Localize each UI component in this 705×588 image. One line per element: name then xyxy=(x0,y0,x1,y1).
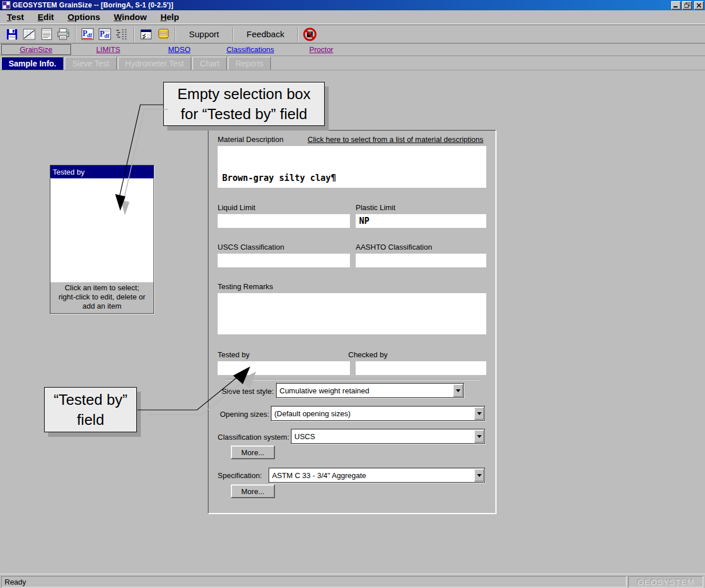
module-link-mdso[interactable]: MDSO xyxy=(144,44,215,55)
specification-label: Specification: xyxy=(218,471,262,480)
status-message: Ready xyxy=(1,576,627,587)
classification-system-value: USCS xyxy=(292,432,474,441)
liquid-limit-label: Liquid Limit xyxy=(218,203,255,212)
menu-test[interactable]: Test xyxy=(0,11,31,23)
tested-by-listbox-body[interactable] xyxy=(50,179,153,282)
uscs-classification-input[interactable] xyxy=(218,254,350,267)
caption-line: add an item xyxy=(50,302,153,311)
toolbar-separator xyxy=(175,27,176,42)
title-bar: GEOSYSTEM GrainSize -- [BoringA, S-1 (0-… xyxy=(0,0,705,10)
opening-sizes-value: (Default opening sizes) xyxy=(271,409,474,418)
module-link-classifications[interactable]: Classifications xyxy=(215,44,286,55)
support-button[interactable]: Support xyxy=(179,29,230,39)
restore-button[interactable] xyxy=(682,1,692,10)
pdf-export-icon: P df xyxy=(81,27,94,41)
material-description-link[interactable]: Click here to select from a list of mate… xyxy=(308,135,483,144)
testing-remarks-label: Testing Remarks xyxy=(218,282,273,291)
tab-chart[interactable]: Chart xyxy=(192,57,227,70)
menu-edit[interactable]: Edit xyxy=(31,11,61,23)
window-title: GEOSYSTEM GrainSize -- [BoringA, S-1 (0-… xyxy=(13,1,174,9)
toolbar: P df P df xyxy=(0,25,705,44)
module-link-grainsize[interactable]: GrainSize xyxy=(1,44,71,55)
classification-system-label: Classification system: xyxy=(211,433,289,441)
material-description-label: Material Description xyxy=(218,135,283,144)
pdf-report-button[interactable]: P df xyxy=(97,26,113,42)
sieve-test-style-label: Sieve test style: xyxy=(219,387,274,396)
brand-cell: GEOSYSTEM xyxy=(628,576,703,587)
menu-options[interactable]: Options xyxy=(61,11,107,23)
sieve-test-style-value: Cumulative weight retained xyxy=(277,386,452,395)
callout-empty-selection-box: Empty selection box for “Tested by” fiel… xyxy=(163,82,325,126)
print-icon xyxy=(57,27,70,41)
material-description-input[interactable]: Brown-gray silty clay¶ (Strain at peak).… xyxy=(218,146,486,188)
no-save-button[interactable] xyxy=(302,26,318,42)
save-icon xyxy=(6,28,18,41)
status-bar: Ready GEOSYSTEM xyxy=(0,574,705,588)
aashto-classification-label: AASHTO Classification xyxy=(356,243,432,251)
liquid-limit-input[interactable] xyxy=(218,214,350,228)
database-button[interactable] xyxy=(155,26,171,42)
menu-help[interactable]: Help xyxy=(153,11,186,23)
tab-strip: Sample Info. Sieve Test Hydrometer Test … xyxy=(0,57,705,70)
tested-by-listbox[interactable]: Tested by Click an item to select; right… xyxy=(50,165,154,314)
close-icon xyxy=(696,3,702,8)
minimize-icon xyxy=(674,3,679,8)
menu-bar: Test Edit Options Window Help xyxy=(0,10,705,24)
plastic-limit-label: Plastic Limit xyxy=(356,203,395,212)
specification-more-button[interactable]: More... xyxy=(231,484,275,498)
checked-by-input[interactable] xyxy=(356,361,486,375)
tab-hydrometer-test[interactable]: Hydrometer Test xyxy=(118,57,191,70)
material-description-line: Brown-gray silty clay¶ xyxy=(222,172,482,184)
aashto-classification-input[interactable] xyxy=(356,254,486,267)
toolbar-separator xyxy=(233,27,234,42)
caption-line: Click an item to select; xyxy=(50,283,153,293)
tab-sample-info[interactable]: Sample Info. xyxy=(1,57,64,70)
specification-select[interactable]: ASTM C 33 - 3/4" Aggregate xyxy=(269,468,485,483)
pdf-report-icon: P df xyxy=(98,27,112,41)
pdf-export-button[interactable]: P df xyxy=(80,26,96,42)
module-link-proctor[interactable]: Proctor xyxy=(286,44,357,55)
opening-sizes-button[interactable] xyxy=(114,26,130,42)
minimize-button[interactable] xyxy=(671,1,681,10)
plastic-limit-input[interactable]: NP xyxy=(356,214,486,228)
dropdown-arrow-icon[interactable] xyxy=(474,407,484,420)
dropdown-arrow-icon[interactable] xyxy=(474,469,484,482)
toolbar-separator xyxy=(133,27,135,42)
menu-window[interactable]: Window xyxy=(107,11,153,23)
opening-sizes-label: Opening sizes: xyxy=(212,410,269,419)
toolbar-separator xyxy=(75,27,76,42)
callout-line: field xyxy=(77,410,104,430)
tab-reports[interactable]: Reports xyxy=(228,57,271,70)
report-button[interactable] xyxy=(38,26,54,42)
close-button[interactable] xyxy=(694,1,704,10)
options-window-icon xyxy=(140,28,152,41)
testing-remarks-input[interactable] xyxy=(218,293,486,334)
feedback-button[interactable]: Feedback xyxy=(237,29,295,39)
application-window: GEOSYSTEM GrainSize -- [BoringA, S-1 (0-… xyxy=(0,0,705,588)
sieve-chart-button[interactable] xyxy=(21,26,37,42)
tested-by-listbox-header: Tested by xyxy=(50,165,153,179)
svg-text:df: df xyxy=(87,32,93,38)
callout-tested-by-field: “Tested by” field xyxy=(44,387,137,432)
svg-text:df: df xyxy=(104,33,110,39)
uscs-classification-label: USCS Classification xyxy=(218,243,284,251)
tab-sieve-test[interactable]: Sieve Test xyxy=(65,57,116,70)
classification-more-button[interactable]: More... xyxy=(231,445,275,459)
module-link-limits[interactable]: LIMITS xyxy=(73,44,144,55)
sieve-chart-icon xyxy=(22,27,36,41)
tested-by-input[interactable] xyxy=(218,361,350,375)
print-button[interactable] xyxy=(56,26,72,42)
tested-by-label: Tested by xyxy=(218,350,250,359)
callout-line: Empty selection box xyxy=(178,84,311,104)
dropdown-arrow-icon[interactable] xyxy=(474,430,484,443)
report-icon xyxy=(40,27,53,41)
no-save-icon xyxy=(303,27,317,41)
save-button[interactable] xyxy=(4,26,20,42)
sieve-test-style-select[interactable]: Cumulative weight retained xyxy=(276,383,464,398)
dropdown-arrow-icon[interactable] xyxy=(453,384,463,397)
toolbar-separator xyxy=(297,27,298,42)
options-window-button[interactable] xyxy=(138,26,154,42)
opening-sizes-select[interactable]: (Default opening sizes) xyxy=(271,406,485,421)
tested-by-listbox-caption: Click an item to select; right-click to … xyxy=(50,282,153,313)
classification-system-select[interactable]: USCS xyxy=(291,429,485,444)
